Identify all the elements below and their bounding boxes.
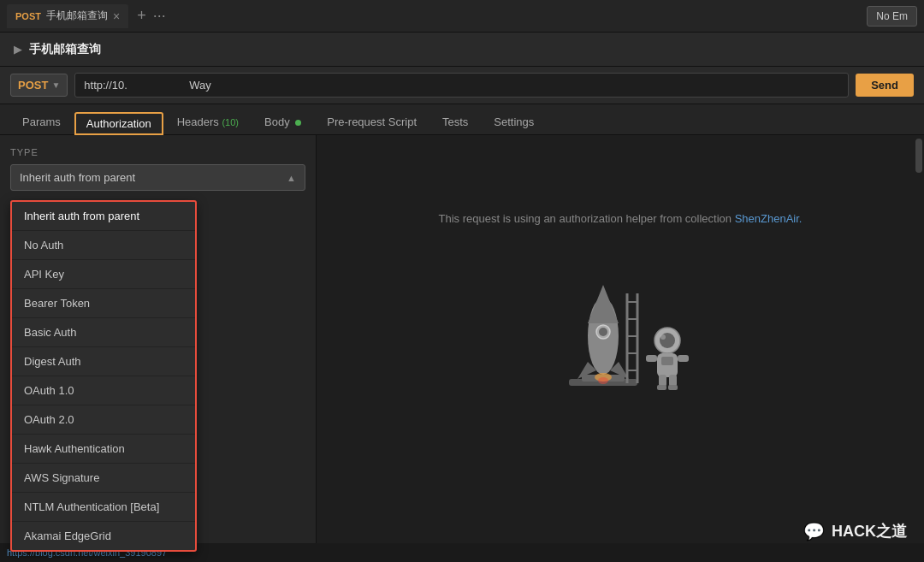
menu-item-oauth1[interactable]: OAuth 1.0 — [12, 376, 195, 405]
tab-params[interactable]: Params — [10, 110, 73, 135]
svg-point-9 — [598, 377, 608, 384]
auth-type-menu: Inherit auth from parent No Auth API Key… — [10, 200, 197, 552]
menu-item-oauth2[interactable]: OAuth 2.0 — [12, 405, 195, 435]
close-tab-icon[interactable]: × — [113, 9, 120, 23]
send-button[interactable]: Send — [856, 74, 914, 97]
left-panel: TYPE Inherit auth from parent ▲ Inherit … — [0, 135, 317, 562]
body-dot — [295, 120, 301, 126]
tab-tests[interactable]: Tests — [430, 110, 480, 135]
svg-rect-26 — [657, 385, 666, 390]
menu-item-hawk[interactable]: Hawk Authentication — [12, 435, 195, 464]
tab-body[interactable]: Body — [252, 110, 313, 135]
menu-item-aws[interactable]: AWS Signature — [12, 464, 195, 493]
menu-item-ntlm[interactable]: NTLM Authentication [Beta] — [12, 493, 195, 522]
url-bar: POST ▼ Send — [0, 67, 924, 104]
tab-actions: + ··· — [137, 7, 166, 25]
tab-name: 手机邮箱查询 — [46, 9, 108, 23]
auth-type-selected: Inherit auth from parent — [20, 171, 135, 184]
svg-rect-25 — [661, 357, 673, 365]
svg-rect-21 — [659, 375, 666, 387]
tab-headers[interactable]: Headers (10) — [165, 110, 251, 135]
auth-type-dropdown[interactable]: Inherit auth from parent ▲ — [10, 164, 305, 191]
helper-prefix: This request is using an authorization h… — [439, 212, 735, 225]
menu-item-digest-auth[interactable]: Digest Auth — [12, 347, 195, 376]
method-chevron-icon: ▼ — [51, 80, 60, 90]
tab-pre-request-script[interactable]: Pre-request Script — [315, 110, 429, 135]
url-input[interactable] — [74, 73, 849, 98]
tab-method: POST — [15, 11, 41, 21]
watermark: 💬 HACK之道 — [803, 521, 907, 541]
right-panel: This request is using an authorization h… — [317, 135, 924, 562]
svg-point-5 — [599, 328, 607, 336]
method-value: POST — [18, 79, 48, 92]
nav-tabs: Params Authorization Headers (10) Body P… — [0, 104, 924, 135]
svg-marker-3 — [588, 285, 619, 323]
request-name: 手机邮箱查询 — [29, 42, 101, 57]
tab-authorization[interactable]: Authorization — [74, 112, 163, 135]
menu-item-api-key[interactable]: API Key — [12, 260, 195, 289]
headers-badge: (10) — [222, 117, 239, 127]
watermark-text: HACK之道 — [832, 521, 907, 541]
svg-rect-22 — [669, 375, 677, 387]
illustration-svg — [535, 276, 706, 396]
collection-link[interactable]: ShenZhenAir. — [735, 212, 803, 225]
expand-arrow-icon[interactable]: ▶ — [14, 43, 22, 56]
content-area: TYPE Inherit auth from parent ▲ Inherit … — [0, 135, 924, 562]
illustration — [535, 276, 706, 396]
method-select[interactable]: POST ▼ — [10, 74, 68, 97]
menu-item-basic-auth[interactable]: Basic Auth — [12, 318, 195, 347]
add-tab-icon[interactable]: + — [137, 7, 146, 25]
tab-bar: POST 手机邮箱查询 × + ··· No Em — [0, 0, 924, 33]
svg-point-19 — [660, 334, 666, 340]
svg-rect-23 — [646, 355, 657, 362]
scroll-thumb — [915, 139, 922, 173]
no-environment-button[interactable]: No Em — [867, 6, 917, 27]
active-tab[interactable]: POST 手机邮箱查询 × — [7, 4, 128, 28]
svg-rect-27 — [668, 385, 678, 390]
svg-rect-24 — [678, 355, 689, 362]
tab-settings[interactable]: Settings — [482, 110, 546, 135]
menu-item-inherit[interactable]: Inherit auth from parent — [12, 202, 195, 231]
more-tabs-icon[interactable]: ··· — [153, 7, 166, 25]
type-label: TYPE — [10, 147, 305, 157]
helper-text: This request is using an authorization h… — [439, 212, 803, 225]
menu-item-akamai[interactable]: Akamai EdgeGrid — [12, 522, 195, 550]
wechat-icon: 💬 — [803, 521, 825, 541]
menu-item-bearer-token[interactable]: Bearer Token — [12, 289, 195, 318]
menu-item-no-auth[interactable]: No Auth — [12, 231, 195, 260]
request-name-bar: ▶ 手机邮箱查询 — [0, 33, 924, 67]
scrollbar[interactable] — [914, 135, 924, 562]
dropdown-chevron-icon: ▲ — [287, 173, 296, 183]
